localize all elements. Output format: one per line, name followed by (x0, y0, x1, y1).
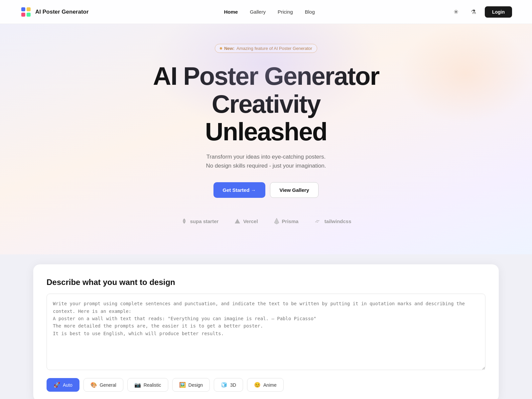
hero-title-line2: Creativity (212, 90, 320, 118)
hero-title-line1: AI Poster Generator (153, 62, 379, 90)
partner-vercel: Vercel (234, 218, 258, 224)
svg-rect-1 (27, 7, 31, 11)
vercel-icon (234, 218, 240, 224)
style-tab-design[interactable]: 🖼️ Design (172, 378, 210, 392)
style-tab-general[interactable]: 🎨 General (83, 378, 123, 392)
design-card: Describe what you want to design 🚀 Auto … (33, 264, 499, 399)
partner-prisma-label: Prisma (282, 218, 299, 224)
navbar: AI Poster Generator Home Gallery Pricing… (0, 0, 532, 24)
hero-section: New: Amazing feature of AI Poster Genera… (0, 24, 532, 254)
style-tabs: 🚀 Auto 🎨 General 📷 Realistic 🖼️ Design 🧊… (47, 378, 485, 392)
anime-label: Anime (263, 382, 277, 388)
badge-new-label: New: (224, 46, 234, 51)
general-label: General (100, 382, 116, 388)
nav-pricing[interactable]: Pricing (278, 9, 293, 15)
svg-rect-3 (27, 13, 31, 17)
hero-buttons: Get Started → View Gallery (7, 182, 525, 198)
partner-tailwind-label: tailwindcss (325, 218, 351, 224)
badge-text: Amazing feature of AI Poster Generator (236, 46, 312, 51)
view-gallery-button[interactable]: View Gallery (270, 182, 319, 198)
hero-title-line3: Unleashed (205, 117, 327, 146)
style-tab-auto[interactable]: 🚀 Auto (47, 378, 79, 392)
rocket-icon (181, 218, 188, 224)
3d-emoji: 🧊 (221, 382, 227, 388)
new-badge: New: Amazing feature of AI Poster Genera… (215, 44, 317, 53)
general-emoji: 🎨 (90, 382, 97, 388)
design-label: Design (189, 382, 203, 388)
svg-rect-0 (21, 7, 25, 11)
nav-links: Home Gallery Pricing Blog (224, 9, 315, 15)
auto-emoji: 🚀 (54, 382, 60, 388)
brand-name: AI Poster Generator (35, 9, 89, 15)
partner-prisma: Prisma (274, 218, 299, 224)
design-section-wrapper: Describe what you want to design 🚀 Auto … (0, 254, 532, 399)
navbar-right: ✳ ⚗ Login (450, 6, 512, 18)
realistic-label: Realistic (144, 382, 161, 388)
partner-supastarter: supa starter (181, 218, 219, 224)
nav-home[interactable]: Home (224, 9, 238, 15)
style-tab-3d[interactable]: 🧊 3D (214, 378, 243, 392)
translate-icon[interactable]: ⚗ (467, 6, 479, 18)
partners-row: supa starter Vercel Prisma tailwindcss (7, 214, 525, 238)
nav-blog[interactable]: Blog (305, 9, 315, 15)
logo-icon (20, 6, 32, 18)
prisma-icon (274, 218, 279, 224)
design-section-title: Describe what you want to design (47, 278, 485, 287)
partner-supastarter-label: supa starter (190, 218, 219, 224)
hero-subtitle: Transform your ideas into eye-catching p… (7, 152, 525, 170)
get-started-button[interactable]: Get Started → (213, 182, 265, 198)
brand: AI Poster Generator (20, 6, 89, 18)
realistic-emoji: 📷 (134, 382, 141, 388)
svg-point-4 (184, 220, 185, 222)
hero-title: AI Poster Generator Creativity Unleashed (7, 62, 525, 146)
auto-label: Auto (63, 382, 72, 388)
nav-gallery[interactable]: Gallery (250, 9, 266, 15)
style-tab-realistic[interactable]: 📷 Realistic (127, 378, 168, 392)
design-emoji: 🖼️ (179, 382, 186, 388)
settings-icon[interactable]: ✳ (450, 6, 462, 18)
anime-emoji: 😊 (254, 382, 261, 388)
3d-label: 3D (230, 382, 236, 388)
svg-rect-2 (21, 13, 25, 17)
style-tab-anime[interactable]: 😊 Anime (247, 378, 284, 392)
partner-vercel-label: Vercel (243, 218, 258, 224)
login-button[interactable]: Login (485, 6, 512, 18)
partner-tailwind: tailwindcss (315, 218, 351, 224)
tailwind-icon (315, 219, 322, 223)
badge-dot (220, 47, 222, 50)
hero-subtitle-line2: No design skills required - just your im… (206, 163, 326, 169)
prompt-input[interactable] (47, 294, 485, 370)
hero-subtitle-line1: Transform your ideas into eye-catching p… (206, 154, 326, 160)
